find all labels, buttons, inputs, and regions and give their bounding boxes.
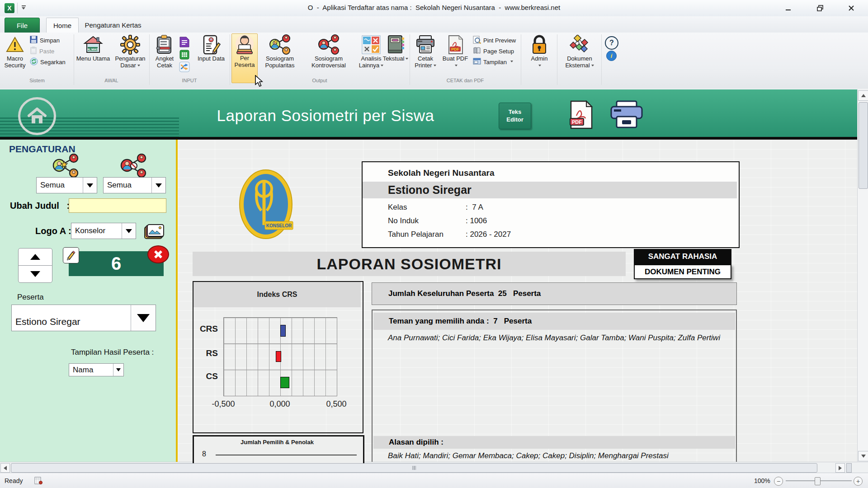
konselor-logo: KONSELOR: [237, 168, 297, 243]
clipboard-icon: [156, 34, 174, 55]
group-label-awal: AWAL: [74, 78, 149, 85]
network-popularity-icon: [268, 34, 292, 55]
zoom-in-button[interactable]: +: [854, 477, 863, 486]
paste-button[interactable]: Paste: [30, 46, 54, 56]
arrow-up-icon: [30, 254, 40, 260]
dokumen-eksternal-button[interactable]: Dokumen Eksternal: [559, 34, 600, 77]
print-icon[interactable]: [606, 100, 647, 131]
tampilan-button[interactable]: Tampilan: [473, 57, 513, 67]
form-purple-icon-button[interactable]: [179, 36, 190, 50]
dropdown-arrow: [434, 65, 436, 68]
zo om-percent-text: 100%: [754, 477, 770, 484]
x-tick-pos: 0,500: [318, 399, 354, 409]
pint-preview-button[interactable]: Pint Preview: [473, 35, 516, 45]
chevron-down-icon[interactable]: [83, 178, 97, 193]
admin-button[interactable]: Admin: [524, 34, 555, 77]
tab-home[interactable]: Home: [46, 18, 79, 33]
angket-cetak-button[interactable]: Angket Cetak: [151, 34, 178, 77]
home-nav-icon[interactable]: [18, 97, 56, 135]
chevron-down-icon[interactable]: [113, 364, 123, 376]
peserta-dropdown[interactable]: Estiono Siregar: [11, 305, 156, 331]
tahun-pelajaran-label: Tahun Pelajaran: [388, 230, 443, 239]
help-question-icon[interactable]: ?: [605, 36, 618, 50]
mini-chart-gridline: [216, 455, 357, 455]
teman-header-band: Teman yang memilih anda : 7 Peserta: [373, 313, 735, 330]
simpan-button[interactable]: Simpan: [30, 35, 60, 45]
paste-icon: [30, 47, 37, 56]
group-divider: [601, 34, 602, 85]
alasan-header-band: Alasan dipilih :: [373, 436, 735, 449]
analysis-grid-icon: [362, 34, 381, 55]
close-button[interactable]: [840, 2, 863, 14]
segarkan-button[interactable]: Segarkan: [30, 57, 66, 67]
horizontal-scrollbar[interactable]: [0, 462, 868, 473]
group-divider: [557, 34, 557, 85]
restore-button[interactable]: [809, 2, 831, 14]
tekstual-button[interactable]: Tekstual: [382, 34, 409, 77]
filter-left-dropdown[interactable]: Semua: [36, 177, 97, 193]
mouse-cursor: [255, 75, 264, 89]
buat-pdf-button[interactable]: PDF Buat PDF: [441, 34, 469, 77]
sosiogram-popularitas-button[interactable]: Sosiogram Popularitas: [253, 34, 307, 77]
group-label-cetak-pdf: CETAK dan PDF: [410, 78, 521, 85]
chevron-down-icon[interactable]: [122, 223, 136, 239]
horizontal-scroll-thumb[interactable]: [11, 463, 817, 473]
refresh-icon: [30, 57, 38, 67]
diagram-icon: [570, 34, 590, 55]
cetak-printer-button[interactable]: Cetak Printer: [410, 34, 440, 77]
tab-pengaturan-kertas[interactable]: Pengaturan Kertas: [81, 18, 145, 32]
info-icon[interactable]: i: [606, 51, 617, 61]
minimize-button[interactable]: [777, 2, 800, 14]
counter-down-button[interactable]: [18, 265, 52, 283]
scroll-up-button[interactable]: [858, 90, 868, 101]
kelas-value: : 7 A: [466, 203, 483, 212]
dropdown-arrow: [137, 65, 140, 68]
close-record-button[interactable]: [147, 245, 169, 263]
logo-dropdown[interactable]: Konselor: [71, 223, 136, 239]
image-gallery-icon-button[interactable]: [144, 224, 165, 241]
no-induk-label: No Induk: [388, 216, 419, 225]
scroll-left-button[interactable]: [0, 463, 10, 473]
cs-bar: [280, 377, 289, 388]
no-induk-value: : 1006: [466, 216, 487, 225]
shuffle-icon-button[interactable]: [179, 61, 190, 74]
tampilan-hasil-label: Tampilan Hasil Peserta :: [71, 348, 154, 357]
zoom-slider-thumb[interactable]: [815, 477, 821, 485]
vertical-scrollbar[interactable]: [857, 89, 868, 462]
ubah-judul-input[interactable]: [69, 198, 166, 213]
tab-file[interactable]: File: [5, 18, 40, 33]
zoom-out-button[interactable]: −: [774, 477, 783, 486]
filter-right-dropdown[interactable]: Semua: [103, 177, 166, 193]
pdf-export-icon[interactable]: PDF: [566, 100, 594, 131]
edit-pencil-button[interactable]: [63, 247, 79, 263]
rs-bar: [276, 351, 281, 362]
chevron-down-icon[interactable]: [131, 305, 156, 331]
input-data-button[interactable]: Input Data: [195, 34, 227, 77]
counter-up-button[interactable]: [18, 248, 52, 266]
pane-split-handle[interactable]: [846, 463, 852, 473]
vertical-scroll-thumb[interactable]: [859, 102, 868, 189]
x-tick-zero: 0,000: [262, 399, 298, 409]
menu-utama-button[interactable]: ALMAS Menu Utama: [76, 34, 110, 77]
macro-security-button[interactable]: Macro Security: [2, 34, 28, 77]
save-icon: [30, 36, 38, 45]
gear-icon: [120, 34, 140, 55]
cs-category-label: CS: [195, 371, 218, 381]
report-main-title: LAPORAN SOSIOMETRI: [193, 252, 626, 276]
sheet-green-icon-button[interactable]: [179, 49, 190, 62]
tampilan-hasil-dropdown[interactable]: Nama: [69, 363, 124, 376]
scroll-right-button[interactable]: [835, 463, 845, 473]
svg-text:PDF: PDF: [451, 47, 460, 52]
x-tick-neg: -0,500: [205, 399, 241, 409]
macro-record-icon[interactable]: [34, 477, 42, 486]
home-icon: ALMAS: [83, 34, 103, 55]
pengaturan-dasar-button[interactable]: Pengaturan Dasar: [111, 34, 149, 77]
alasan-text: Baik Hati; Mandiri; Gemar Membaca; Cakep…: [388, 451, 723, 460]
sosiogram-kontroversial-button[interactable]: Sosiogram Kontroversial: [303, 34, 354, 77]
teks-editor-button[interactable]: Teks Editor: [499, 103, 531, 129]
dropdown-arrow: [406, 58, 408, 61]
student-info-card: Sekolah Negeri Nusantara Estiono Siregar…: [362, 161, 740, 248]
chevron-down-icon[interactable]: [151, 178, 165, 193]
page-setup-button[interactable]: Page Setup: [473, 46, 514, 56]
scroll-down-button[interactable]: [858, 451, 868, 461]
